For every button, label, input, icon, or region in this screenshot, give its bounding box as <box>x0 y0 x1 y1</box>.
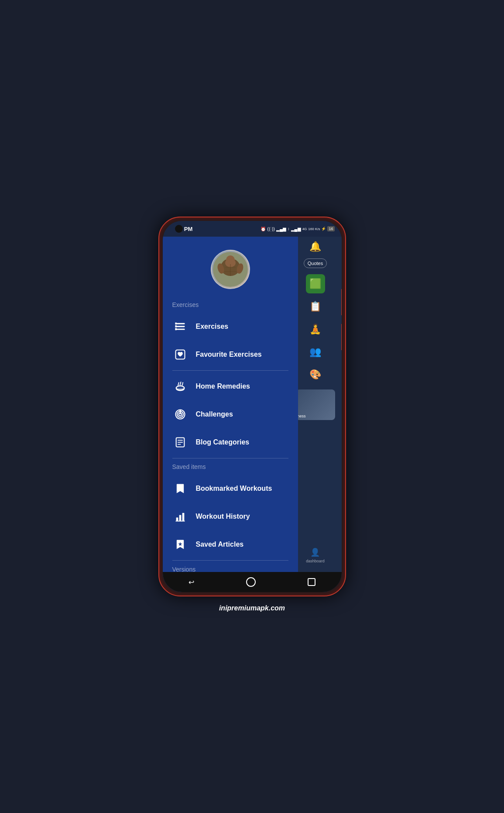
favourite-exercises-label: Favourite Exercises <box>196 351 262 358</box>
saved-items-section-header: Saved items <box>163 460 298 475</box>
wifi-icon: ((·)) <box>267 226 275 231</box>
side-button-mid[interactable] <box>341 324 342 350</box>
ampm-display: PM <box>184 226 193 232</box>
network-type: 4G <box>302 227 307 231</box>
bg-icon-1: 🟩 <box>306 274 325 293</box>
speed-indicator: 160 K/s <box>308 227 320 231</box>
avatar[interactable] <box>211 250 250 289</box>
bg-icon-4: 👥 <box>306 342 325 362</box>
navigation-drawer: Exercises <box>163 237 298 592</box>
svg-rect-27 <box>179 515 181 521</box>
menu-item-bookmarked-workouts[interactable]: Bookmarked Workouts <box>163 475 298 503</box>
exercises-section-header: Exercises <box>163 298 298 313</box>
status-bar: 9 PM ⏰ ((·)) ▂▄▆ ↕ ▂▄▆ 4G 160 K/s ⚡ 16 <box>163 221 342 237</box>
back-button[interactable]: ↩ <box>189 578 194 586</box>
svg-rect-26 <box>176 518 178 521</box>
notification-bell-icon[interactable]: 🔔 <box>309 241 321 252</box>
svg-rect-10 <box>175 326 185 327</box>
bg-icon-5: 🎨 <box>306 365 325 384</box>
data-arrows: ↕ <box>288 227 290 231</box>
charge-icon: ⚡ <box>321 227 326 231</box>
menu-item-favourite-exercises[interactable]: Favourite Exercises <box>163 341 298 369</box>
alarm-icon: ⏰ <box>261 227 266 231</box>
exercises-icon <box>172 319 188 334</box>
svg-rect-13 <box>175 325 177 327</box>
battery-level: 16 <box>327 226 334 231</box>
svg-rect-12 <box>175 323 177 325</box>
saved-articles-label: Saved Articles <box>196 541 244 548</box>
menu-item-saved-articles[interactable]: Saved Articles <box>163 531 298 558</box>
svg-rect-11 <box>175 329 185 330</box>
phone-screen: 9 PM ⏰ ((·)) ▂▄▆ ↕ ▂▄▆ 4G 160 K/s ⚡ 16 <box>163 221 342 592</box>
bg-icon-2: 📋 <box>306 297 325 316</box>
svg-point-5 <box>226 255 235 264</box>
challenges-label: Challenges <box>196 410 233 418</box>
svg-rect-9 <box>175 323 185 324</box>
bottom-navigation: ↩ <box>163 572 342 592</box>
svg-rect-28 <box>182 513 184 521</box>
bg-card-text: ness <box>298 414 306 418</box>
menu-item-blog-categories[interactable]: Blog Categories <box>163 428 298 456</box>
bg-icon-3: 🧘 <box>306 320 325 339</box>
divider-2 <box>172 458 288 458</box>
workout-history-label: Workout History <box>196 513 250 520</box>
home-remedies-label: Home Remedies <box>196 382 250 390</box>
svg-rect-14 <box>175 328 177 331</box>
dashboard-label: dashboard <box>306 559 325 563</box>
bg-card: ness <box>296 389 335 420</box>
divider-3 <box>172 560 288 561</box>
menu-item-challenges[interactable]: Challenges <box>163 400 298 428</box>
blog-categories-icon <box>172 434 188 450</box>
side-button-top[interactable] <box>341 289 342 315</box>
blog-categories-label: Blog Categories <box>196 438 250 446</box>
saved-articles-icon <box>172 537 188 552</box>
exercises-label: Exercises <box>196 323 229 331</box>
bookmarked-workouts-label: Bookmarked Workouts <box>196 485 272 493</box>
status-icons: ⏰ ((·)) ▂▄▆ ↕ ▂▄▆ 4G 160 K/s ⚡ 16 <box>261 226 334 231</box>
menu-item-exercises[interactable]: Exercises <box>163 313 298 341</box>
quotes-button[interactable]: Quotes <box>304 258 327 268</box>
network-bars2: ▂▄▆ <box>291 227 301 231</box>
favourite-exercises-icon <box>172 347 188 362</box>
screen-content: 🔔 Quotes 🟩 📋 🧘 👥 🎨 ness 👤 <box>163 237 342 592</box>
phone-frame: 9 PM ⏰ ((·)) ▂▄▆ ↕ ▂▄▆ 4G 160 K/s ⚡ 16 <box>158 217 346 596</box>
signal-bars: ▂▄▆ <box>276 227 286 231</box>
workout-history-icon <box>172 509 188 524</box>
menu-item-home-remedies[interactable]: Home Remedies <box>163 372 298 400</box>
dashboard-icon: 👤 <box>310 548 320 557</box>
home-button[interactable] <box>246 577 256 587</box>
challenges-icon <box>172 406 188 422</box>
watermark: inipremiumapk.com <box>219 604 285 612</box>
menu-item-workout-history[interactable]: Workout History <box>163 503 298 531</box>
recents-button[interactable] <box>308 578 315 586</box>
divider-1 <box>172 370 288 371</box>
dashboard-area: 👤 dashboard <box>302 544 328 567</box>
avatar-area <box>163 237 298 298</box>
bookmarked-workouts-icon <box>172 481 188 496</box>
camera-hole <box>175 225 183 233</box>
home-remedies-icon <box>172 379 188 394</box>
